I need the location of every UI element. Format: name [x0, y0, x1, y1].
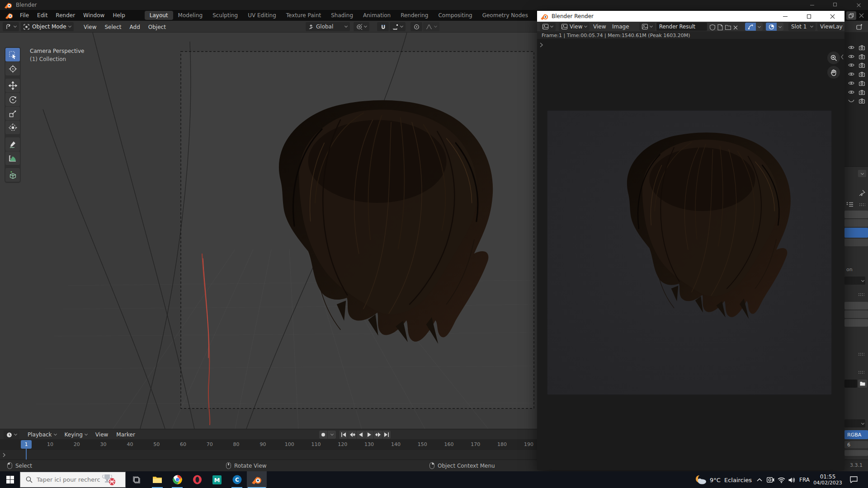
- tool-measure[interactable]: [5, 151, 20, 165]
- panel-row[interactable]: [844, 310, 868, 318]
- wifi-icon[interactable]: [778, 477, 785, 483]
- render-maximize-button[interactable]: [800, 11, 818, 22]
- tool-rotate[interactable]: [5, 93, 20, 106]
- snap-target-dropdown[interactable]: [390, 22, 406, 31]
- timeline-menu-view[interactable]: View: [91, 430, 112, 439]
- render-minimize-button[interactable]: [776, 11, 794, 22]
- menu-edit[interactable]: Edit: [33, 11, 52, 20]
- open-image-folder-icon[interactable]: [725, 25, 731, 30]
- panel-dropdown[interactable]: [844, 277, 865, 285]
- image-editor-type-selector[interactable]: [540, 23, 556, 31]
- visibility-eye-icon[interactable]: [848, 81, 854, 85]
- panel-row[interactable]: [844, 219, 868, 227]
- unlink-image-icon[interactable]: [733, 25, 738, 30]
- filepath-field[interactable]: [844, 380, 857, 388]
- tool-move[interactable]: [5, 79, 20, 92]
- tab-texture-paint[interactable]: Texture Paint: [281, 11, 326, 20]
- zoom-button[interactable]: [827, 52, 840, 64]
- main-minimize-button[interactable]: [810, 3, 815, 7]
- pan-button[interactable]: [827, 66, 840, 79]
- tray-expand-chevron-icon[interactable]: [757, 478, 762, 482]
- image-browse-dropdown[interactable]: [639, 23, 655, 31]
- blender-menu-icon[interactable]: [5, 12, 13, 19]
- render-window-titlebar[interactable]: Blender Render: [537, 11, 844, 22]
- record-options-dropdown[interactable]: [328, 431, 336, 439]
- visibility-eye-icon[interactable]: [848, 63, 854, 67]
- next-keyframe-button[interactable]: [374, 431, 382, 439]
- image-menu-view[interactable]: View: [593, 23, 606, 30]
- panel-grip[interactable]: [859, 203, 865, 206]
- region-expand-arrow-icon[interactable]: [539, 42, 543, 47]
- pin-icon[interactable]: [859, 190, 865, 196]
- sidebar-collapse-arrow-icon[interactable]: [840, 54, 844, 60]
- visibility-eye-icon[interactable]: [848, 90, 854, 94]
- search-input[interactable]: [37, 476, 100, 483]
- tool-transform[interactable]: [5, 121, 20, 134]
- play-reverse-button[interactable]: [357, 431, 365, 439]
- proportional-editing-toggle[interactable]: [410, 22, 422, 31]
- value-field[interactable]: 6: [844, 441, 868, 448]
- viewport-menu-view[interactable]: View: [80, 23, 100, 32]
- mode-dropdown[interactable]: Object Mode: [21, 22, 74, 31]
- render-close-button[interactable]: [823, 11, 841, 22]
- transform-orientation-dropdown[interactable]: Global: [306, 22, 350, 31]
- timeline-editor-selector[interactable]: [4, 430, 19, 439]
- panel-row[interactable]: [844, 319, 868, 327]
- display-channels-dropdown[interactable]: View: [559, 23, 590, 31]
- rgba-toggle[interactable]: RGBA: [844, 430, 868, 439]
- meet-now-icon[interactable]: [767, 477, 774, 483]
- gizmos-dropdown[interactable]: [756, 23, 763, 31]
- clock[interactable]: 01:55 04/02/2023: [813, 473, 843, 487]
- overlays-dropdown[interactable]: [777, 23, 783, 31]
- viewport-menu-select[interactable]: Select: [100, 23, 125, 32]
- start-button[interactable]: [0, 471, 20, 488]
- panel-dropdown[interactable]: [844, 419, 865, 427]
- panel-row-selected[interactable]: [844, 228, 868, 238]
- visibility-eye-icon[interactable]: [848, 45, 854, 50]
- tool-add-cube[interactable]: [5, 168, 20, 182]
- timeline-menu-playback[interactable]: Playback: [24, 430, 61, 439]
- image-name-field[interactable]: Render Result: [656, 23, 707, 31]
- panel-row[interactable]: [844, 302, 868, 310]
- proportional-falloff-dropdown[interactable]: [423, 22, 439, 31]
- taskbar-app-c[interactable]: C: [227, 471, 247, 488]
- tab-shading[interactable]: Shading: [326, 11, 358, 20]
- panel-row[interactable]: [844, 239, 868, 246]
- taskbar-app-file-explorer[interactable]: [147, 471, 167, 488]
- timeline-expand-arrow-icon[interactable]: [2, 453, 6, 457]
- curve-toggle-icon[interactable]: [848, 99, 854, 103]
- tool-annotate[interactable]: [5, 137, 20, 151]
- view-layer-dropdown[interactable]: ViewLayer: [817, 23, 843, 31]
- render-camera-icon[interactable]: [859, 99, 865, 103]
- viewport-menu-add[interactable]: Add: [126, 23, 144, 32]
- timeline-menu-marker[interactable]: Marker: [112, 430, 139, 439]
- panel-row[interactable]: [844, 211, 868, 218]
- panel-row[interactable]: [844, 450, 868, 456]
- pivot-point-dropdown[interactable]: [354, 22, 369, 31]
- open-folder-button[interactable]: [858, 380, 867, 388]
- record-button[interactable]: [319, 431, 327, 439]
- render-camera-icon[interactable]: [859, 63, 865, 68]
- tab-modeling[interactable]: Modeling: [173, 11, 208, 20]
- render-camera-icon[interactable]: [859, 72, 865, 77]
- tab-layout[interactable]: Layout: [145, 11, 173, 20]
- taskbar-app-maya[interactable]: M: [207, 471, 227, 488]
- viewport-menu-object[interactable]: Object: [144, 23, 170, 32]
- panel-grip[interactable]: [858, 371, 864, 374]
- close-dim-icon[interactable]: [859, 13, 864, 18]
- current-frame-indicator[interactable]: 1: [21, 440, 32, 449]
- image-menu-image[interactable]: Image: [612, 23, 629, 30]
- list-view-icon[interactable]: [846, 202, 854, 207]
- tool-select-box[interactable]: [5, 48, 20, 61]
- new-collection-button[interactable]: [854, 23, 864, 31]
- render-camera-icon[interactable]: [859, 90, 865, 95]
- render-camera-icon[interactable]: [859, 54, 865, 59]
- weather-temp[interactable]: 9°C: [710, 477, 721, 483]
- tab-compositing[interactable]: Compositing: [433, 11, 477, 20]
- tab-animation[interactable]: Animation: [358, 11, 396, 20]
- action-center-icon[interactable]: [850, 476, 858, 483]
- rendered-image[interactable]: [547, 110, 832, 395]
- tab-geometry-nodes[interactable]: Geometry Nodes: [477, 11, 533, 20]
- main-close-button[interactable]: [857, 3, 861, 7]
- menu-help[interactable]: Help: [108, 11, 129, 20]
